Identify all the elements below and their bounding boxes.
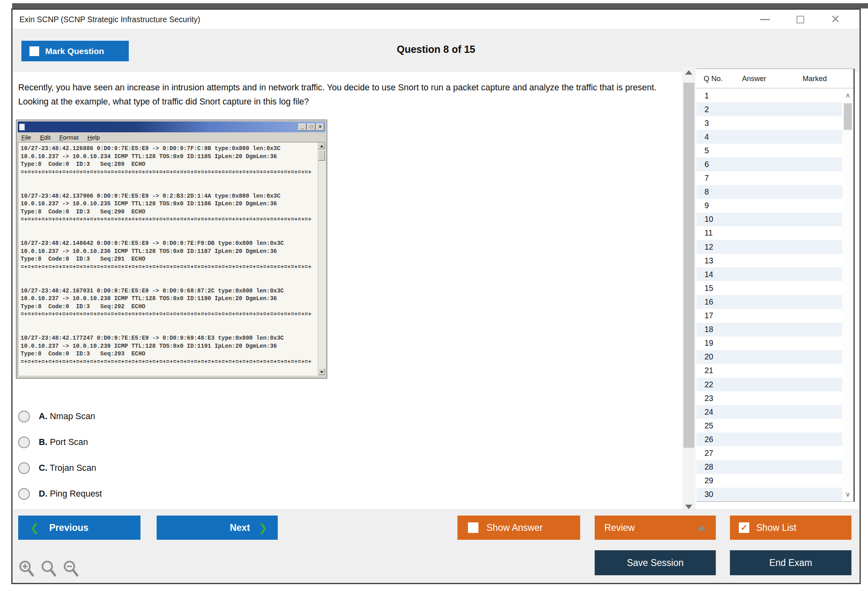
question-list-row[interactable]: 13 — [696, 254, 842, 267]
question-list-row[interactable]: 10 — [696, 213, 842, 226]
show-answer-checkbox[interactable] — [468, 522, 478, 533]
option-letter: C. — [39, 463, 48, 473]
question-list-row[interactable]: 29 — [696, 474, 842, 488]
question-list-row[interactable]: 8 — [696, 185, 842, 199]
question-list-header: Q No. Answer Marked — [696, 69, 853, 88]
question-list-row[interactable]: 23 — [696, 391, 842, 405]
radio-button[interactable] — [18, 462, 30, 474]
question-list-row[interactable]: 9 — [696, 199, 842, 213]
question-list-row[interactable]: 27 — [696, 446, 842, 460]
log-menu-item[interactable]: Edit — [40, 134, 50, 141]
list-scroll-thumb[interactable] — [844, 103, 852, 130]
log-menu-item[interactable]: File — [21, 134, 31, 141]
zoom-in-icon[interactable] — [18, 560, 35, 578]
log-scrollbar[interactable] — [318, 142, 325, 375]
question-list-row[interactable]: 20 — [696, 350, 842, 364]
question-number: 16 — [696, 297, 725, 307]
radio-button[interactable] — [18, 436, 30, 448]
log-maximize-icon[interactable]: □ — [307, 123, 315, 131]
check-icon: ✓ — [740, 523, 748, 532]
exam-app-window: Exin SCNP (SCNP Strategic Infrastructure… — [11, 8, 861, 584]
question-list-row[interactable]: 12 — [696, 240, 842, 254]
close-icon[interactable]: ✕ — [831, 14, 840, 25]
question-list-row[interactable]: 7 — [696, 171, 842, 185]
option-text: B. Port Scan — [39, 437, 88, 447]
question-list-row[interactable]: 17 — [696, 309, 842, 323]
save-session-button[interactable]: Save Session — [595, 550, 716, 575]
answer-option[interactable]: A. Nmap Scan — [18, 403, 301, 429]
next-button[interactable]: Next ❯ — [157, 516, 278, 540]
option-letter: B. — [39, 437, 48, 447]
list-scroll-down-icon[interactable]: ∨ — [842, 489, 853, 501]
question-list-row[interactable]: 21 — [696, 364, 842, 378]
answer-option[interactable]: D. Ping Request — [18, 481, 301, 507]
review-button[interactable]: Review — [595, 516, 716, 540]
question-list-row[interactable]: 2 — [696, 102, 842, 116]
option-text: C. Trojan Scan — [39, 463, 96, 473]
question-number: 7 — [696, 173, 725, 183]
minimize-icon[interactable] — [760, 19, 770, 20]
option-label: Nmap Scan — [50, 411, 95, 421]
log-menu-item[interactable]: Format — [59, 134, 79, 141]
background-window-edge — [12, 3, 868, 8]
question-list-row[interactable]: 28 — [696, 460, 842, 474]
question-list-row[interactable]: 5 — [696, 144, 842, 157]
zoom-out-icon[interactable] — [63, 560, 80, 578]
end-exam-button[interactable]: End Exam — [730, 550, 851, 575]
window-controls: ✕ — [760, 10, 840, 29]
option-letter: D. — [39, 489, 48, 499]
show-answer-button[interactable]: Show Answer — [457, 516, 580, 540]
show-list-checkbox[interactable]: ✓ — [739, 522, 749, 533]
question-number: 5 — [696, 146, 725, 155]
radio-button[interactable] — [18, 488, 30, 500]
question-list-row[interactable]: 6 — [696, 157, 842, 171]
window-title: Exin SCNP (SCNP Strategic Infrastructure… — [19, 10, 200, 29]
log-scroll-up-icon[interactable] — [318, 142, 325, 149]
question-list-row[interactable]: 22 — [696, 378, 842, 391]
radio-button[interactable] — [18, 411, 30, 422]
question-list-scrollbar[interactable]: ∧ ∨ — [842, 89, 853, 501]
question-list-row[interactable]: 14 — [696, 267, 842, 281]
option-label: Ping Request — [50, 489, 102, 499]
question-list-row[interactable]: 24 — [696, 405, 842, 419]
log-scroll-down-icon[interactable] — [318, 368, 325, 375]
content-scrollbar[interactable] — [682, 67, 696, 513]
question-list-row[interactable]: 1 — [696, 89, 842, 102]
option-letter: A. — [39, 411, 48, 421]
review-label: Review — [604, 522, 635, 533]
question-list-row[interactable]: 16 — [696, 295, 842, 309]
list-scroll-up-icon[interactable]: ∧ — [842, 90, 853, 102]
log-close-icon[interactable]: × — [316, 123, 324, 131]
question-number: 20 — [696, 352, 725, 361]
log-window-title-bar: _ □ × — [18, 121, 325, 132]
question-number: 14 — [696, 270, 725, 279]
question-list-row[interactable]: 19 — [696, 336, 842, 350]
question-list-row[interactable]: 26 — [696, 432, 842, 446]
previous-button[interactable]: ❮ Previous — [18, 516, 140, 540]
answer-option[interactable]: C. Trojan Scan — [18, 455, 301, 481]
scroll-up-icon[interactable] — [682, 67, 696, 79]
question-list-row[interactable]: 3 — [696, 116, 842, 130]
maximize-icon[interactable] — [797, 16, 804, 23]
question-number: 2 — [696, 105, 725, 114]
question-list-row[interactable]: 30 — [696, 488, 842, 501]
show-list-button[interactable]: ✓ Show List — [730, 516, 851, 540]
question-number: 1 — [696, 91, 725, 100]
question-list-row[interactable]: 4 — [696, 130, 842, 144]
question-list-row[interactable]: 25 — [696, 419, 842, 432]
question-number: 12 — [696, 242, 725, 252]
magnifier-icon[interactable] — [40, 560, 57, 578]
log-minimize-icon[interactable]: _ — [298, 123, 306, 131]
log-window-controls: _ □ × — [298, 123, 324, 131]
question-list-row[interactable]: 18 — [696, 323, 842, 336]
scroll-thumb[interactable] — [683, 83, 694, 448]
log-menu-bar: FileEditFormatHelp — [18, 132, 325, 142]
answer-option[interactable]: B. Port Scan — [18, 429, 301, 455]
question-list-row[interactable]: 11 — [696, 226, 842, 240]
log-scroll-thumb[interactable] — [318, 150, 325, 161]
question-number: 6 — [696, 160, 725, 169]
question-counter: Question 8 of 15 — [13, 39, 860, 59]
previous-label: Previous — [49, 522, 88, 533]
question-list-row[interactable]: 15 — [696, 281, 842, 295]
log-menu-item[interactable]: Help — [88, 134, 100, 141]
